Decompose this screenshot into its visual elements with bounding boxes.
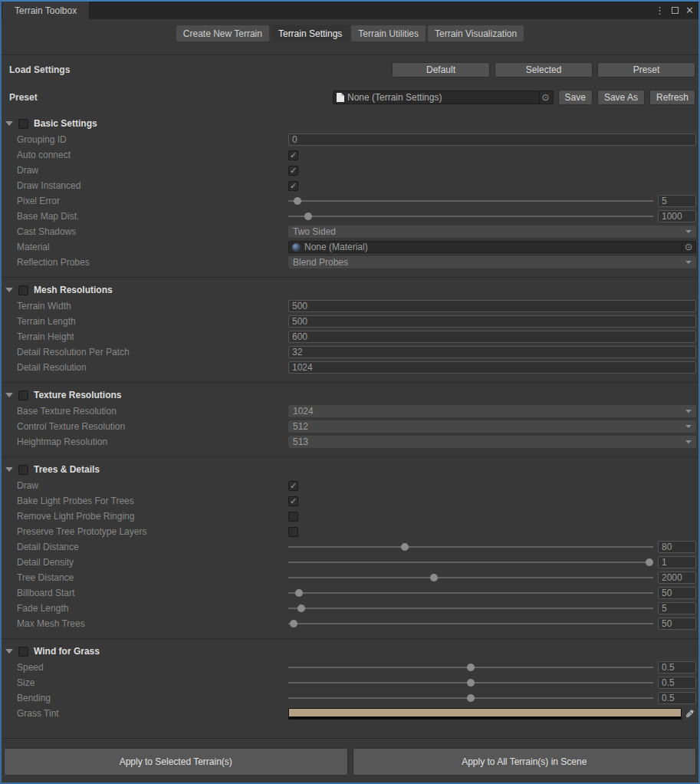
billboard-start-slider[interactable] xyxy=(288,588,653,598)
dropdown-value: 1024 xyxy=(293,406,314,417)
detail-density-value-input[interactable]: 1 xyxy=(658,556,696,568)
detail-resolution-per-patch-input[interactable]: 32 xyxy=(288,346,696,358)
draw-instanced-checkbox[interactable]: ✓ xyxy=(288,181,298,191)
reflection-probes-dropdown[interactable]: Blend Probes xyxy=(288,256,696,268)
foldout-triangle-icon[interactable] xyxy=(5,121,13,126)
draw-checkbox[interactable]: ✓ xyxy=(288,481,298,491)
section-enable-checkbox[interactable] xyxy=(18,390,28,400)
slider-handle[interactable] xyxy=(467,679,475,687)
setting-label: Cast Shadows xyxy=(2,226,288,237)
grouping-id-input[interactable]: 0 xyxy=(288,133,696,146)
slider-handle[interactable] xyxy=(646,558,653,566)
apply-selected-terrains-button[interactable]: Apply to Selected Terrain(s) xyxy=(4,748,348,776)
load-settings-row: Load Settings Default Selected Preset xyxy=(2,61,698,78)
bake-light-probes-for-trees-checkbox[interactable]: ✓ xyxy=(288,496,298,506)
load-preset-button[interactable]: Preset xyxy=(597,62,695,77)
slider-handle[interactable] xyxy=(297,604,305,612)
pixel-error-value-input[interactable]: 5 xyxy=(658,195,696,207)
setting-control: 512 xyxy=(288,420,696,433)
slider-handle[interactable] xyxy=(304,212,312,220)
speed-value-input[interactable]: 0.5 xyxy=(658,661,696,674)
apply-all-terrains-button[interactable]: Apply to All Terrain(s) in Scene xyxy=(353,748,697,776)
setting-label: Tree Distance xyxy=(2,572,288,583)
draw-checkbox[interactable]: ✓ xyxy=(288,166,298,176)
close-icon[interactable]: ✕ xyxy=(685,5,694,15)
object-picker-icon[interactable]: ⊙ xyxy=(539,91,552,104)
foldout-triangle-icon[interactable] xyxy=(5,393,13,397)
tab-create-new-terrain[interactable]: Create New Terrain xyxy=(176,25,269,41)
preserve-tree-prototype-layers-checkbox[interactable] xyxy=(288,527,298,537)
section-enable-checkbox[interactable] xyxy=(18,465,28,475)
slider-handle[interactable] xyxy=(467,664,475,671)
foldout-triangle-icon[interactable] xyxy=(5,467,13,472)
terrain-height-input[interactable]: 600 xyxy=(288,331,696,343)
terrain-length-input[interactable]: 500 xyxy=(288,315,696,328)
detail-resolution-input[interactable]: 1024 xyxy=(288,361,696,374)
max-mesh-trees-slider[interactable] xyxy=(288,618,653,629)
cast-shadows-dropdown[interactable]: Two Sided xyxy=(288,226,696,238)
window-tab-terrain-toolbox[interactable]: Terrain Toolbox xyxy=(2,2,90,19)
fade-length-slider[interactable] xyxy=(288,603,653,614)
base-texture-resolution-dropdown[interactable]: 1024 xyxy=(288,405,696,417)
load-selected-button[interactable]: Selected xyxy=(495,62,593,77)
base-map-dist-value-input[interactable]: 1000 xyxy=(658,210,696,222)
slider-track xyxy=(288,216,653,217)
preset-object-field[interactable]: None (Terrain Settings) ⊙ xyxy=(333,91,554,104)
size-value-input[interactable]: 0.5 xyxy=(658,677,696,689)
save-button[interactable]: Save xyxy=(558,90,593,105)
setting-row-draw-instanced: Draw Instanced✓ xyxy=(2,178,698,193)
grass-tint-color-field[interactable] xyxy=(288,708,682,720)
tree-distance-value-input[interactable]: 2000 xyxy=(658,572,696,584)
foldout-triangle-icon[interactable] xyxy=(5,288,13,292)
kebab-menu-icon[interactable]: ⋮ xyxy=(655,5,665,15)
setting-row-detail-resolution-per-patch: Detail Resolution Per Patch32 xyxy=(2,344,698,360)
detail-distance-value-input[interactable]: 80 xyxy=(658,541,696,553)
tab-terrain-visualization[interactable]: Terrain Visualization xyxy=(428,25,524,41)
slider-handle[interactable] xyxy=(430,574,438,581)
setting-label: Detail Distance xyxy=(2,542,288,552)
slider-handle[interactable] xyxy=(467,694,475,702)
section-enable-checkbox[interactable] xyxy=(18,119,28,129)
billboard-start-value-input[interactable]: 50 xyxy=(658,587,696,599)
eyedropper-icon[interactable] xyxy=(683,707,696,720)
object-picker-icon[interactable]: ⊙ xyxy=(682,242,695,252)
foldout-triangle-icon[interactable] xyxy=(5,649,13,654)
setting-row-cast-shadows: Cast ShadowsTwo Sided xyxy=(2,224,698,239)
chevron-down-icon xyxy=(685,261,692,264)
pixel-error-slider[interactable] xyxy=(288,196,653,206)
bending-slider[interactable] xyxy=(288,693,653,703)
slider-handle[interactable] xyxy=(290,620,297,628)
terrain-width-input[interactable]: 500 xyxy=(288,300,696,312)
heightmap-resolution-dropdown[interactable]: 513 xyxy=(288,436,696,448)
tree-distance-slider[interactable] xyxy=(288,572,653,583)
tab-terrain-settings[interactable]: Terrain Settings xyxy=(271,25,349,41)
load-default-button[interactable]: Default xyxy=(392,62,490,77)
remove-light-probe-ringing-checkbox[interactable] xyxy=(288,512,298,522)
detail-density-slider[interactable] xyxy=(288,557,653,568)
auto-connect-checkbox[interactable]: ✓ xyxy=(288,150,298,160)
setting-row-auto-connect: Auto connect✓ xyxy=(2,147,698,163)
bending-value-input[interactable]: 0.5 xyxy=(658,692,696,704)
material-sphere-icon xyxy=(292,243,301,252)
save-as-button[interactable]: Save As xyxy=(597,90,645,105)
object-field-value: None (Material) xyxy=(304,242,368,252)
tab-terrain-utilities[interactable]: Terrain Utilities xyxy=(351,25,426,41)
refresh-button[interactable]: Refresh xyxy=(649,90,695,105)
section-enable-checkbox[interactable] xyxy=(18,285,28,295)
base-map-dist-slider[interactable] xyxy=(288,211,653,222)
setting-label: Terrain Length xyxy=(2,316,288,327)
fade-length-value-input[interactable]: 5 xyxy=(658,602,696,614)
detail-distance-slider[interactable] xyxy=(288,542,653,552)
max-mesh-trees-value-input[interactable]: 50 xyxy=(658,618,696,630)
control-texture-resolution-dropdown[interactable]: 512 xyxy=(288,420,696,433)
maximize-icon[interactable] xyxy=(672,7,679,14)
size-slider[interactable] xyxy=(288,677,653,688)
setting-control: 5 xyxy=(288,602,696,614)
slider-handle[interactable] xyxy=(295,589,303,597)
speed-slider[interactable] xyxy=(288,662,653,673)
setting-label: Base Map Dist. xyxy=(2,211,288,222)
section-enable-checkbox[interactable] xyxy=(18,647,28,657)
slider-handle[interactable] xyxy=(401,543,409,551)
material-object-field[interactable]: None (Material)⊙ xyxy=(288,241,696,253)
slider-handle[interactable] xyxy=(294,197,301,205)
